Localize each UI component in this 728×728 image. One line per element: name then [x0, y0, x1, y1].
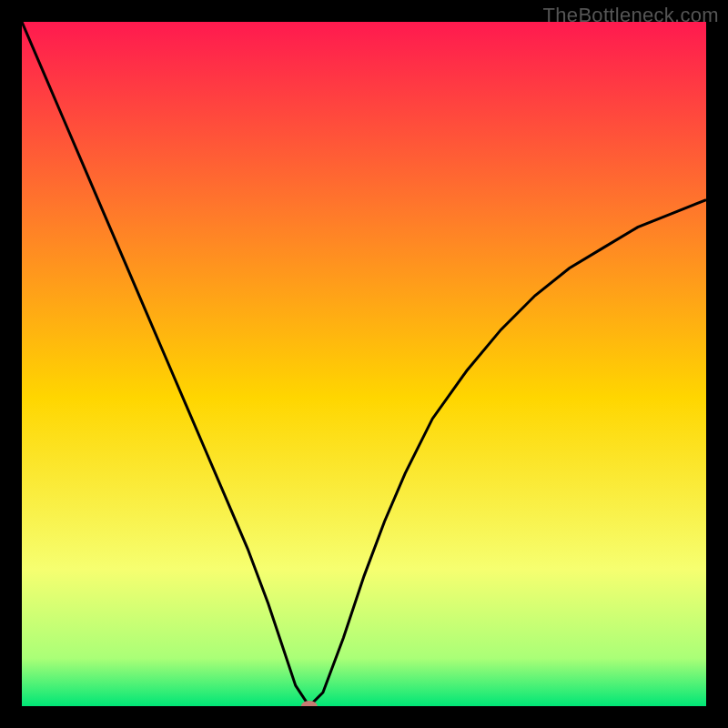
chart-svg: [22, 22, 706, 706]
plot-area: [22, 22, 706, 706]
gradient-background: [22, 22, 706, 706]
watermark-text: TheBottleneck.com: [543, 4, 719, 27]
chart-frame: TheBottleneck.com: [0, 0, 728, 728]
